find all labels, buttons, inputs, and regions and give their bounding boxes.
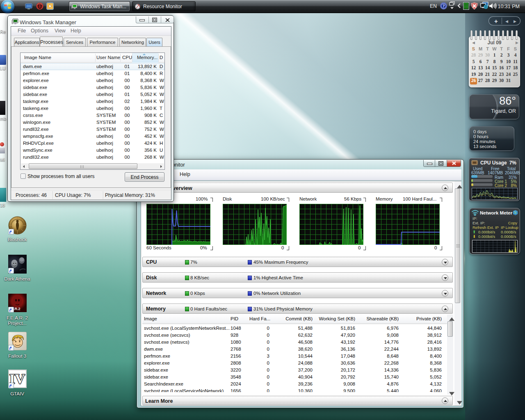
svg-text:?: ? [443, 4, 445, 8]
